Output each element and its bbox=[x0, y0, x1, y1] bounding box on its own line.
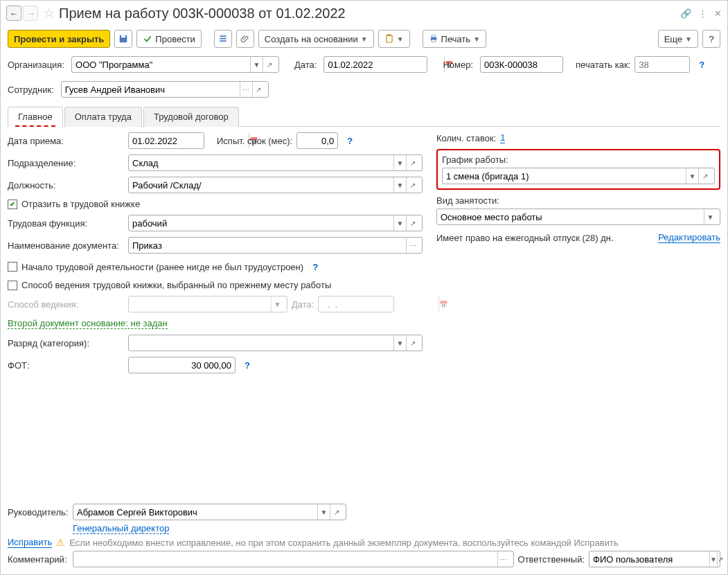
post-icon bbox=[143, 34, 152, 44]
attach-button[interactable] bbox=[236, 30, 254, 48]
pos-input[interactable] bbox=[132, 177, 393, 193]
close-icon[interactable]: ✕ bbox=[714, 8, 722, 19]
help-button[interactable]: ? bbox=[702, 30, 720, 48]
svg-rect-9 bbox=[432, 39, 436, 42]
paperclip-icon bbox=[240, 34, 250, 44]
sched-input[interactable] bbox=[446, 168, 686, 184]
doc-dropdown-button[interactable]: ▼ bbox=[378, 30, 410, 48]
help-icon[interactable]: ? bbox=[308, 259, 323, 274]
resp-label: Ответственный: bbox=[518, 554, 585, 565]
structure-button[interactable] bbox=[214, 30, 232, 48]
dropdown-button[interactable]: ▼ bbox=[317, 504, 330, 520]
emptype-input[interactable] bbox=[441, 209, 704, 224]
dropdown-button[interactable]: ▼ bbox=[686, 168, 698, 184]
dropdown-button[interactable]: ▼ bbox=[393, 177, 406, 193]
header-filters-2: Сотрудник: ⋯ ↗ bbox=[1, 77, 727, 102]
comment-combo[interactable]: ⋯ bbox=[73, 551, 514, 567]
print-button[interactable]: Печать ▼ bbox=[423, 30, 487, 48]
open-button[interactable]: ↗ bbox=[406, 335, 418, 351]
save-button[interactable] bbox=[114, 30, 132, 48]
dept-input[interactable] bbox=[132, 155, 393, 170]
method-checkbox[interactable] bbox=[8, 281, 17, 290]
select-button[interactable]: ⋯ bbox=[240, 82, 252, 97]
forward-button[interactable]: → bbox=[23, 6, 38, 21]
docname-combo[interactable]: ⋯ bbox=[128, 237, 423, 254]
reflect-checkbox[interactable]: ✔ bbox=[8, 200, 17, 209]
select-button[interactable]: ⋯ bbox=[497, 551, 510, 567]
fot-label: ФОТ: bbox=[8, 360, 124, 371]
open-button[interactable]: ↗ bbox=[406, 155, 418, 170]
grade-input[interactable] bbox=[132, 335, 393, 351]
func-combo[interactable]: ▼ ↗ bbox=[128, 215, 423, 231]
dropdown-button[interactable]: ▼ bbox=[709, 551, 717, 567]
post-button[interactable]: Провести bbox=[136, 30, 202, 48]
more-button[interactable]: Еще ▼ bbox=[658, 30, 698, 48]
date-label: Дата: bbox=[294, 60, 317, 70]
func-input[interactable] bbox=[132, 215, 393, 231]
open-button[interactable]: ↗ bbox=[406, 177, 418, 193]
org-label: Организация: bbox=[8, 60, 64, 70]
open-button[interactable]: ↗ bbox=[717, 551, 723, 567]
open-button[interactable]: ↗ bbox=[698, 168, 711, 184]
open-button[interactable]: ↗ bbox=[263, 57, 275, 72]
pos-combo[interactable]: ▼ ↗ bbox=[128, 177, 423, 193]
dropdown-button[interactable]: ▼ bbox=[250, 57, 263, 72]
org-combo[interactable]: ▼ ↗ bbox=[71, 56, 279, 73]
select-button[interactable]: ⋯ bbox=[406, 238, 418, 253]
date-combo[interactable]: 📅 bbox=[323, 56, 427, 73]
tab-main-body: Дата приема: 📅 Испыт. срок (мес): ? Подр… bbox=[1, 127, 727, 499]
dropdown-button[interactable]: ▼ bbox=[393, 215, 406, 231]
help-icon[interactable]: ? bbox=[342, 133, 357, 148]
tab-bar: Главное Оплата труда Трудовой договор bbox=[8, 106, 720, 127]
emp-combo[interactable]: ⋯ ↗ bbox=[61, 81, 269, 98]
link-icon[interactable]: 🔗 bbox=[680, 8, 691, 19]
probation-input[interactable] bbox=[296, 132, 338, 149]
svg-rect-5 bbox=[387, 35, 392, 43]
hire-date-combo[interactable]: 📅 bbox=[128, 132, 204, 149]
create-based-button[interactable]: Создать на основании ▼ bbox=[258, 30, 374, 48]
method-date-input bbox=[322, 297, 438, 312]
sched-combo[interactable]: ▼ ↗ bbox=[442, 168, 715, 184]
head-input[interactable] bbox=[77, 504, 317, 520]
post-and-close-button[interactable]: Провести и закрыть bbox=[8, 30, 110, 48]
fix-link[interactable]: Исправить bbox=[8, 537, 52, 548]
num-input[interactable] bbox=[480, 56, 563, 73]
help-icon[interactable]: ? bbox=[240, 357, 255, 373]
dept-combo[interactable]: ▼ ↗ bbox=[128, 154, 423, 171]
kebab-icon[interactable]: ⋮ bbox=[698, 8, 707, 19]
second-doc-link[interactable]: Второй документ основание: не задан bbox=[8, 318, 168, 329]
rates-link[interactable]: 1 bbox=[500, 132, 505, 143]
tab-pay[interactable]: Оплата труда bbox=[64, 107, 142, 127]
head-role-link[interactable]: Генеральный директор bbox=[73, 523, 169, 534]
print-as-input[interactable] bbox=[634, 56, 690, 73]
back-button[interactable]: ← bbox=[6, 6, 21, 21]
open-button[interactable]: ↗ bbox=[252, 82, 265, 97]
favorite-icon[interactable]: ☆ bbox=[44, 6, 55, 21]
dropdown-button[interactable]: ▼ bbox=[393, 155, 406, 170]
method-chk-label: Способ ведения трудовой книжки, выбранны… bbox=[21, 280, 331, 290]
help-icon[interactable]: ? bbox=[694, 57, 709, 72]
date-input[interactable] bbox=[328, 57, 444, 72]
printer-icon bbox=[429, 34, 438, 44]
grade-combo[interactable]: ▼ ↗ bbox=[128, 335, 423, 351]
dropdown-button[interactable]: ▼ bbox=[393, 335, 406, 351]
open-button[interactable]: ↗ bbox=[330, 504, 342, 520]
org-input[interactable] bbox=[76, 57, 250, 72]
emptype-combo[interactable]: ▼ bbox=[436, 209, 720, 225]
docname-label: Наименование документа: bbox=[8, 240, 124, 251]
resp-combo[interactable]: ▼ ↗ bbox=[589, 551, 720, 567]
tab-main[interactable]: Главное bbox=[8, 107, 63, 127]
edit-link[interactable]: Редактировать bbox=[658, 232, 720, 243]
resp-input[interactable] bbox=[593, 551, 709, 567]
fot-input[interactable] bbox=[128, 357, 236, 373]
svg-rect-8 bbox=[432, 35, 436, 37]
comment-input[interactable] bbox=[77, 551, 497, 567]
svg-rect-6 bbox=[387, 35, 391, 36]
start-checkbox[interactable] bbox=[8, 262, 17, 272]
tab-contract[interactable]: Трудовой договор bbox=[143, 107, 239, 127]
open-button[interactable]: ↗ bbox=[406, 215, 418, 231]
head-combo[interactable]: ▼ ↗ bbox=[73, 504, 346, 520]
dropdown-button[interactable]: ▼ bbox=[704, 209, 716, 224]
emp-input[interactable] bbox=[65, 82, 240, 97]
docname-input[interactable] bbox=[132, 238, 406, 253]
